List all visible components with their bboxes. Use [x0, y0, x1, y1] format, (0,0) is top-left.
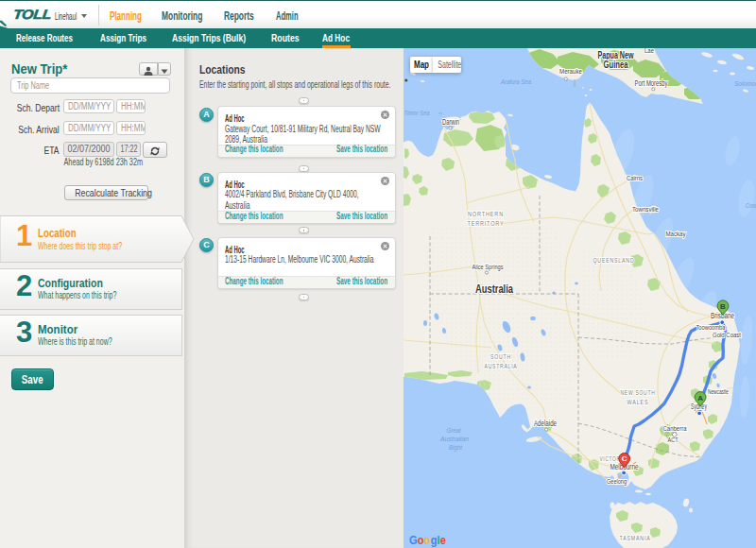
svg-text:C: C [622, 454, 627, 463]
svg-text:Alice Springs: Alice Springs [472, 263, 504, 271]
svg-text:Solomon: Solomon [734, 79, 756, 88]
svg-text:Australia: Australia [475, 283, 514, 296]
svg-text:Cairns: Cairns [627, 174, 643, 182]
svg-text:Lae: Lae [644, 48, 654, 55]
svg-text:Arafura Sea: Arafura Sea [500, 77, 531, 86]
svg-text:SOUTH: SOUTH [490, 352, 511, 361]
svg-text:Darwin: Darwin [442, 117, 459, 127]
svg-text:Great: Great [447, 426, 462, 435]
svg-text:Gold Coast: Gold Coast [713, 331, 742, 339]
svg-text:AUSTRALIA: AUSTRALIA [485, 362, 518, 370]
svg-text:Newcastle: Newcastle [708, 387, 729, 396]
svg-text:WALES: WALES [627, 398, 649, 406]
svg-text:Geelong: Geelong [607, 477, 627, 486]
svg-text:TERRITORY: TERRITORY [468, 219, 505, 228]
svg-text:Townsville: Townsville [632, 205, 659, 214]
svg-text:Guinea: Guinea [604, 60, 628, 70]
svg-text:Timor Sea: Timor Sea [404, 109, 430, 117]
svg-text:TASMANIA: TASMANIA [620, 534, 651, 542]
svg-text:Mackay: Mackay [666, 230, 686, 238]
svg-text:ACT: ACT [668, 436, 679, 444]
svg-text:A: A [697, 394, 703, 402]
svg-text:NORTHERN: NORTHERN [468, 210, 504, 218]
svg-text:B: B [720, 302, 726, 311]
svg-text:Merauke: Merauke [559, 67, 582, 76]
svg-text:Australian: Australian [439, 435, 469, 443]
svg-text:NEW SOUTH: NEW SOUTH [621, 388, 656, 397]
svg-text:QUEENSLAND: QUEENSLAND [593, 256, 635, 265]
svg-text:Port Moresby: Port Moresby [635, 78, 669, 88]
svg-text:Adelaide: Adelaide [534, 419, 557, 428]
svg-text:Bight: Bight [449, 443, 463, 452]
svg-text:Canberra: Canberra [663, 424, 687, 433]
svg-text:Coral: Coral [746, 201, 756, 210]
